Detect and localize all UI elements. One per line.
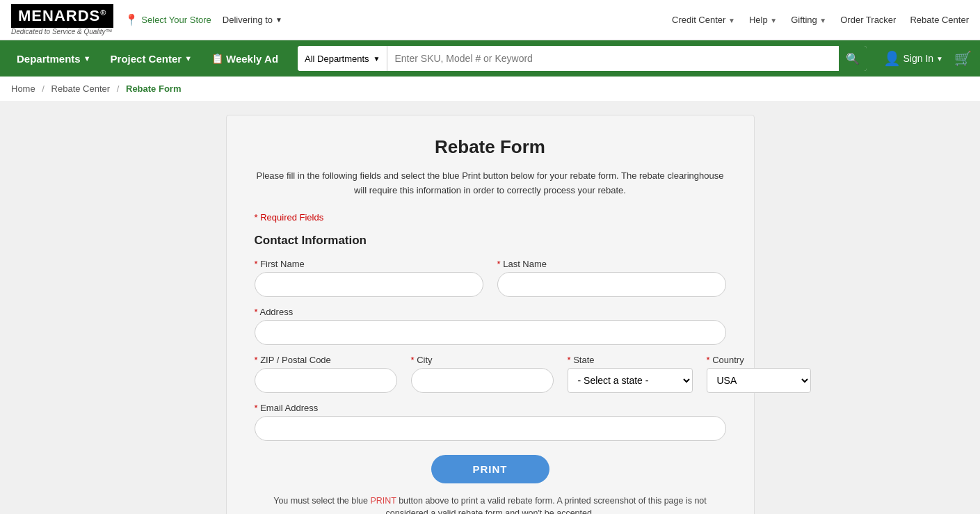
pin-icon: 📍: [124, 13, 138, 26]
search-icon: 🔍: [846, 52, 860, 65]
departments-nav[interactable]: Departments ▼: [8, 40, 99, 77]
required-asterisk: *: [255, 259, 261, 269]
rebate-center-link[interactable]: Rebate Center: [910, 15, 969, 25]
search-dept-label: All Departments: [305, 54, 369, 64]
weekly-ad-nav[interactable]: 📋 Weekly Ad: [203, 40, 287, 77]
breadcrumb-separator: /: [42, 83, 45, 94]
location-row: * ZIP / Postal Code * City * State - Sel…: [255, 355, 726, 393]
top-bar-left: MENARDS® Dedicated to Service & Quality™…: [11, 4, 282, 35]
state-label: * State: [568, 355, 693, 365]
order-tracker-link[interactable]: Order Tracker: [840, 15, 896, 25]
sign-in-label: Sign In: [903, 53, 934, 64]
city-label: * City: [411, 355, 554, 365]
store-selector-label: Select Your Store: [141, 15, 211, 25]
state-select[interactable]: - Select a state -: [568, 368, 693, 393]
cart-icon[interactable]: 🛒: [954, 50, 972, 67]
calendar-icon: 📋: [211, 53, 223, 64]
main-content: Rebate Form Please fill in the following…: [0, 101, 980, 514]
form-description: Please fill in the following fields and …: [255, 169, 726, 198]
required-fields-note: * Required Fields: [255, 212, 726, 223]
nav-right: 👤 Sign In ▼ 🛒: [878, 50, 972, 67]
name-row: * First Name * Last Name: [255, 259, 726, 297]
chevron-down-icon: ▼: [819, 17, 826, 24]
required-asterisk: *: [255, 403, 261, 413]
top-bar-right: Credit Center ▼ Help ▼ Gifting ▼ Order T…: [672, 15, 969, 25]
country-group: * Country USA: [707, 355, 811, 393]
nav-bar: Departments ▼ Project Center ▼ 📋 Weekly …: [0, 40, 980, 77]
city-input[interactable]: [411, 368, 554, 393]
country-label: * Country: [707, 355, 811, 365]
email-label: * Email Address: [255, 403, 726, 413]
print-note: You must select the blue PRINT button ab…: [255, 495, 726, 514]
rebate-center-breadcrumb-link[interactable]: Rebate Center: [51, 83, 111, 94]
city-group: * City: [411, 355, 554, 393]
required-asterisk: *: [255, 355, 261, 365]
address-label: * Address: [255, 307, 726, 317]
required-asterisk: *: [411, 355, 417, 365]
email-row: * Email Address: [255, 403, 726, 441]
gifting-link[interactable]: Gifting ▼: [791, 15, 826, 25]
country-select[interactable]: USA: [707, 368, 811, 393]
address-group: * Address: [255, 307, 726, 345]
sign-in-button[interactable]: 👤 Sign In ▼: [878, 50, 949, 67]
zip-label: * ZIP / Postal Code: [255, 355, 397, 365]
first-name-label: * First Name: [255, 259, 483, 269]
chevron-down-icon: ▼: [184, 54, 192, 63]
zip-input[interactable]: [255, 368, 397, 393]
print-button[interactable]: PRINT: [431, 455, 549, 483]
chevron-down-icon: ▼: [770, 17, 777, 24]
store-selector[interactable]: 📍 Select Your Store: [124, 13, 211, 26]
chevron-down-icon: ▼: [728, 17, 735, 24]
address-input[interactable]: [255, 320, 726, 345]
form-title: Rebate Form: [255, 136, 726, 158]
top-bar: MENARDS® Dedicated to Service & Quality™…: [0, 0, 980, 40]
last-name-group: * Last Name: [497, 259, 726, 297]
required-asterisk: *: [497, 259, 504, 269]
delivering-label: Delivering to: [223, 15, 273, 25]
breadcrumb: Home / Rebate Center / Rebate Form: [0, 77, 980, 101]
delivering-to[interactable]: Delivering to ▼: [223, 15, 282, 25]
required-asterisk: *: [707, 355, 713, 365]
first-name-group: * First Name: [255, 259, 483, 297]
search-input[interactable]: [387, 46, 838, 71]
logo-area: MENARDS® Dedicated to Service & Quality™: [11, 4, 113, 35]
print-note-highlight: PRINT: [370, 496, 396, 506]
zip-group: * ZIP / Postal Code: [255, 355, 397, 393]
project-center-label: Project Center: [111, 53, 182, 65]
menards-logo[interactable]: MENARDS®: [11, 4, 113, 28]
credit-center-link[interactable]: Credit Center ▼: [672, 15, 735, 25]
help-link[interactable]: Help ▼: [749, 15, 777, 25]
last-name-label: * Last Name: [497, 259, 726, 269]
required-asterisk: *: [568, 355, 574, 365]
first-name-input[interactable]: [255, 272, 483, 297]
search-dept-selector[interactable]: All Departments ▼: [298, 46, 387, 71]
state-group: * State - Select a state -: [568, 355, 693, 393]
breadcrumb-separator: /: [117, 83, 120, 94]
contact-section-title: Contact Information: [255, 234, 726, 248]
current-page-breadcrumb: Rebate Form: [126, 83, 181, 94]
departments-label: Departments: [17, 53, 81, 65]
project-center-nav[interactable]: Project Center ▼: [102, 40, 200, 77]
logo-text: MENARDS: [18, 7, 100, 24]
email-group: * Email Address: [255, 403, 726, 441]
search-bar: All Departments ▼ 🔍: [298, 46, 866, 71]
rebate-form-container: Rebate Form Please fill in the following…: [226, 115, 755, 514]
user-icon: 👤: [883, 50, 901, 67]
chevron-down-icon: ▼: [373, 55, 380, 63]
chevron-down-icon: ▼: [936, 55, 943, 63]
home-link[interactable]: Home: [11, 83, 35, 94]
chevron-down-icon: ▼: [275, 16, 282, 24]
logo-tagline: Dedicated to Service & Quality™: [11, 28, 113, 35]
search-button[interactable]: 🔍: [839, 46, 867, 71]
email-input[interactable]: [255, 416, 726, 441]
last-name-input[interactable]: [497, 272, 726, 297]
address-row: * Address: [255, 307, 726, 345]
weekly-ad-label: Weekly Ad: [226, 53, 278, 65]
chevron-down-icon: ▼: [83, 54, 91, 63]
logo-superscript: ®: [100, 8, 106, 17]
